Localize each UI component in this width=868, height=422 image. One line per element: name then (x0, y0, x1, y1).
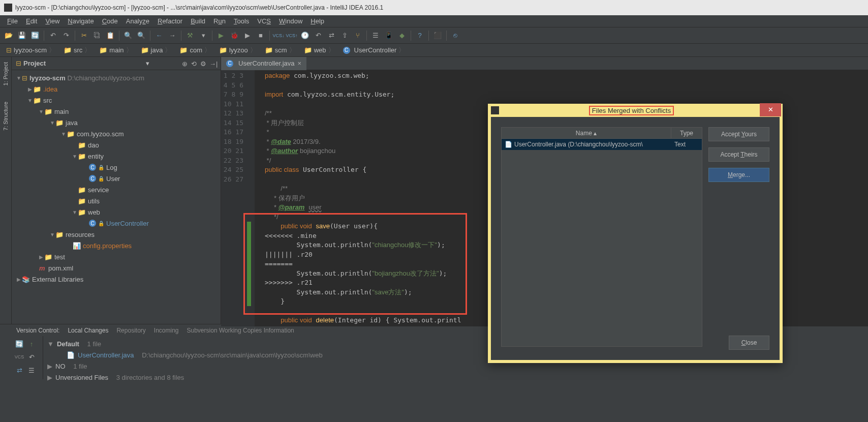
avd-icon[interactable]: 📱 (383, 30, 394, 41)
commit-icon[interactable]: ↑ (26, 338, 37, 349)
menu-tools[interactable]: Tools (230, 17, 253, 25)
gear-icon[interactable]: ⚙ (200, 60, 207, 67)
menu-window[interactable]: Window (275, 17, 306, 25)
vcs-unversioned[interactable]: ▶Unversioned Files 3 directories and 8 f… (47, 372, 864, 383)
tab-structure[interactable]: 7: Structure (2, 99, 10, 134)
jrebel-icon[interactable]: ⬛ (432, 30, 443, 41)
tree-log[interactable]: C🔒Log (12, 162, 221, 173)
refresh-icon[interactable]: 🔄 (14, 338, 25, 349)
tree-web[interactable]: ▼📁web (12, 206, 221, 218)
col-name[interactable]: Name ▴ (502, 128, 671, 138)
back-icon[interactable]: ← (153, 30, 165, 41)
menu-file[interactable]: File (3, 17, 22, 25)
open-icon[interactable]: 📂 (3, 30, 14, 41)
tree-entity[interactable]: ▼📁entity (12, 150, 221, 162)
menu-vcs[interactable]: VCS (253, 17, 275, 25)
config-dropdown[interactable]: ▾ (198, 30, 209, 41)
tree-idea[interactable]: ▶📁.idea (12, 83, 221, 95)
diff-icon[interactable]: ⇄ (14, 365, 25, 376)
copy-icon[interactable]: ⿻ (91, 30, 103, 41)
redo-icon[interactable]: ↷ (60, 30, 72, 41)
tree-test[interactable]: ▶📁test (12, 251, 221, 262)
sync-icon[interactable]: 🔄 (29, 30, 41, 41)
forward-icon[interactable]: → (167, 30, 178, 41)
crumb-com[interactable]: 📁com〉 (176, 46, 214, 55)
menu-refactor[interactable]: Refactor (153, 17, 187, 25)
sdk-icon[interactable]: ◆ (396, 30, 408, 41)
crumb-web[interactable]: 📁web〉 (301, 46, 338, 55)
accept-yours-button[interactable]: Accept Yours (708, 127, 769, 141)
menu-run[interactable]: Run (209, 17, 230, 25)
tree-config[interactable]: 📊config.properties (12, 240, 221, 251)
exit-icon[interactable]: ⎋ (450, 30, 461, 41)
panel-dropdown-icon[interactable]: ▾ (146, 59, 149, 67)
tree-java[interactable]: ▼📁java (12, 117, 221, 128)
rollback-icon[interactable]: ↶ (26, 351, 37, 363)
tree-utils[interactable]: 📁utils (12, 195, 221, 206)
structure-icon[interactable]: ☰ (370, 30, 381, 41)
crumb-java[interactable]: 📁java〉 (138, 46, 175, 55)
help-icon[interactable]: ? (414, 30, 425, 41)
close-icon[interactable]: × (298, 59, 302, 67)
save-icon[interactable]: 💾 (16, 30, 27, 41)
crumb-class[interactable]: CUserController〉 (340, 46, 409, 55)
build-icon[interactable]: ⚒ (184, 30, 196, 41)
hide-icon[interactable]: →| (209, 60, 216, 67)
tab-project[interactable]: 1: Project (2, 59, 10, 88)
stop-icon[interactable]: ■ (255, 30, 266, 41)
conflict-row[interactable]: 📄UserController.java (D:\chiangchou\lyyz… (502, 139, 702, 150)
vcs-revert-icon[interactable]: ↶ (313, 30, 324, 41)
vcs-tab-incoming[interactable]: Incoming (154, 327, 179, 334)
menu-build[interactable]: Build (187, 17, 209, 25)
menu-help[interactable]: Help (306, 17, 328, 25)
cut-icon[interactable]: ✂ (78, 30, 89, 41)
crumb-root[interactable]: ⊟lyyzoo-scm〉 (3, 46, 58, 55)
debug-icon[interactable]: 🐞 (229, 30, 240, 41)
vcs-tab-local[interactable]: Local Changes (68, 327, 108, 334)
menu-navigate[interactable]: Navigate (64, 17, 98, 25)
vcs-commit-icon[interactable]: VCS↑ (286, 30, 297, 41)
tree-user[interactable]: C🔒User (12, 173, 221, 184)
tree-pom[interactable]: mpom.xml (12, 262, 221, 274)
crumb-lyyzoo[interactable]: 📁lyyzoo〉 (216, 46, 260, 55)
find-icon[interactable]: 🔍 (122, 30, 134, 41)
menu-edit[interactable]: Edit (22, 17, 41, 25)
undo-icon[interactable]: ↶ (47, 30, 58, 41)
crumb-scm[interactable]: 📁scm〉 (262, 46, 299, 55)
tree-dao[interactable]: 📁dao (12, 139, 221, 150)
tree-pkg[interactable]: ▼📁com.lyyzoo.scm (12, 128, 221, 139)
tree-src[interactable]: ▼📁src (12, 95, 221, 106)
vcs-merge-icon[interactable]: ⑂ (352, 30, 363, 41)
crumb-main[interactable]: 📁main〉 (96, 46, 135, 55)
vcs-history-icon[interactable]: 🕐 (299, 30, 311, 41)
menu-view[interactable]: View (41, 17, 64, 25)
vcs-diff-icon[interactable]: ⇄ (326, 30, 337, 41)
vcs-tab-repo[interactable]: Repository (116, 327, 145, 334)
run-icon[interactable]: ▶ (215, 30, 227, 41)
vcs-push-icon[interactable]: ⇧ (339, 30, 350, 41)
menu-analyze[interactable]: Analyze (122, 17, 153, 25)
dialog-close-icon[interactable]: ✕ (760, 103, 781, 116)
tree-root[interactable]: ▼⊟lyyzoo-scm D:\chiangchou\lyyzoo-scm (12, 72, 221, 83)
merge-button[interactable]: Merge... (708, 168, 769, 182)
paste-icon[interactable]: 📋 (105, 30, 116, 41)
tree-extlib[interactable]: ▶📚External Libraries (12, 274, 221, 285)
tree-usercontroller[interactable]: C🔒UserController (12, 218, 221, 229)
menu-code[interactable]: Code (98, 17, 122, 25)
target-icon[interactable]: ⟲ (191, 60, 198, 67)
collapse-icon[interactable]: ⊕ (182, 60, 189, 67)
vcs-label-icon[interactable]: VCS (14, 351, 25, 363)
crumb-src[interactable]: 📁src〉 (60, 46, 94, 55)
vcs-update-icon[interactable]: VCS↓ (273, 30, 284, 41)
vcs-tab-svn[interactable]: Subversion Working Copies Information (187, 327, 294, 334)
tab-usercontroller[interactable]: C UserController.java × (221, 57, 306, 70)
tree-service[interactable]: 📁service (12, 184, 221, 195)
coverage-icon[interactable]: ▶ (242, 30, 253, 41)
tree-main[interactable]: ▼📁main (12, 106, 221, 117)
replace-icon[interactable]: 🔍 (136, 30, 147, 41)
col-type[interactable]: Type (671, 128, 702, 138)
tree-resources[interactable]: ▼📁resources (12, 229, 221, 240)
close-button[interactable]: Close (729, 336, 769, 350)
changelist-icon[interactable]: ☰ (26, 365, 37, 376)
accept-theirs-button[interactable]: Accept Theirs (708, 147, 769, 162)
